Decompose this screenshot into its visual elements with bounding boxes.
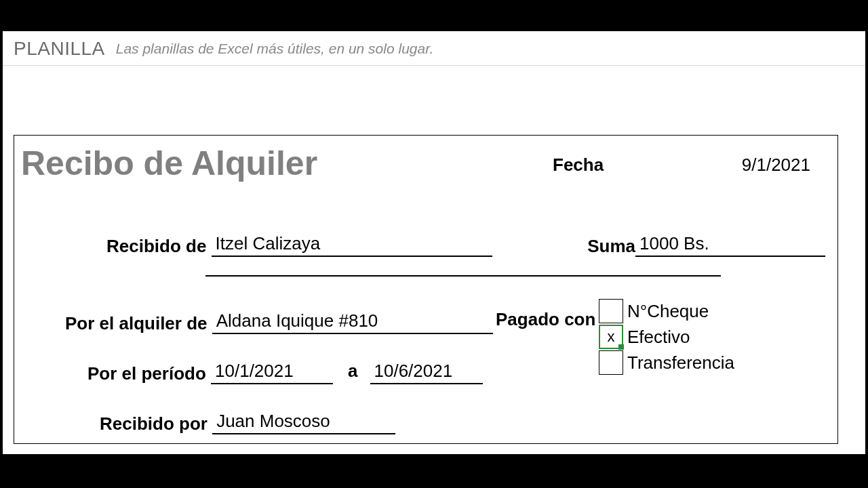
recibido-de-label: Recibido de bbox=[106, 236, 206, 257]
periodo-sep: a bbox=[348, 361, 357, 382]
pay-option-efectivo: x Efectivo bbox=[599, 324, 734, 350]
site-header: PLANILLA Las planillas de Excel más útil… bbox=[3, 31, 865, 66]
periodo-label: Por el período bbox=[87, 363, 206, 384]
receipt-box: Recibo de Alquiler Fecha 9/1/2021 Recibi… bbox=[14, 135, 838, 444]
date-label: Fecha bbox=[553, 155, 604, 176]
pay-option-transferencia-label: Transferencia bbox=[627, 352, 734, 373]
recibido-por-value[interactable]: Juan Moscoso bbox=[212, 411, 395, 434]
site-title: PLANILLA bbox=[14, 38, 105, 60]
periodo-end-value[interactable]: 10/6/2021 bbox=[370, 361, 483, 384]
recibido-por-label: Recibido por bbox=[100, 413, 208, 434]
pagado-con-label-block: Pagado con bbox=[496, 309, 595, 330]
alquiler-de-value[interactable]: Aldana Iquique #810 bbox=[212, 310, 493, 334]
pagado-con-label: Pagado con bbox=[496, 309, 595, 329]
suma-row: Suma 1000 Bs. bbox=[576, 233, 825, 257]
checkbox-cheque[interactable] bbox=[599, 299, 623, 323]
alquiler-de-row: Por el alquiler de Aldana Iquique #810 bbox=[65, 310, 493, 334]
pay-option-efectivo-label: Efectivo bbox=[627, 327, 690, 348]
pay-option-cheque: N°Cheque bbox=[599, 298, 734, 324]
suma-label: Suma bbox=[576, 236, 635, 257]
date-block: Fecha 9/1/2021 bbox=[553, 155, 810, 176]
recibido-por-row: Recibido por Juan Moscoso bbox=[100, 411, 395, 434]
recibido-de-value[interactable]: Itzel Calizaya bbox=[212, 233, 492, 257]
periodo-row: Por el período 10/1/2021 a 10/6/2021 bbox=[87, 361, 483, 384]
extra-line bbox=[205, 275, 721, 277]
pay-options: N°Cheque x Efectivo Transferencia bbox=[599, 298, 734, 375]
suma-value[interactable]: 1000 Bs. bbox=[635, 233, 825, 257]
site-tagline: Las planillas de Excel más útiles, en un… bbox=[116, 41, 433, 57]
periodo-start-value[interactable]: 10/1/2021 bbox=[211, 361, 333, 384]
alquiler-de-label: Por el alquiler de bbox=[65, 313, 208, 334]
checkbox-transferencia[interactable] bbox=[599, 350, 623, 375]
recibido-de-row: Recibido de Itzel Calizaya bbox=[106, 233, 492, 257]
checkbox-efectivo[interactable]: x bbox=[599, 325, 623, 349]
date-value: 9/1/2021 bbox=[742, 155, 810, 176]
pay-option-cheque-label: N°Cheque bbox=[627, 301, 709, 322]
pay-option-transferencia: Transferencia bbox=[599, 350, 734, 375]
